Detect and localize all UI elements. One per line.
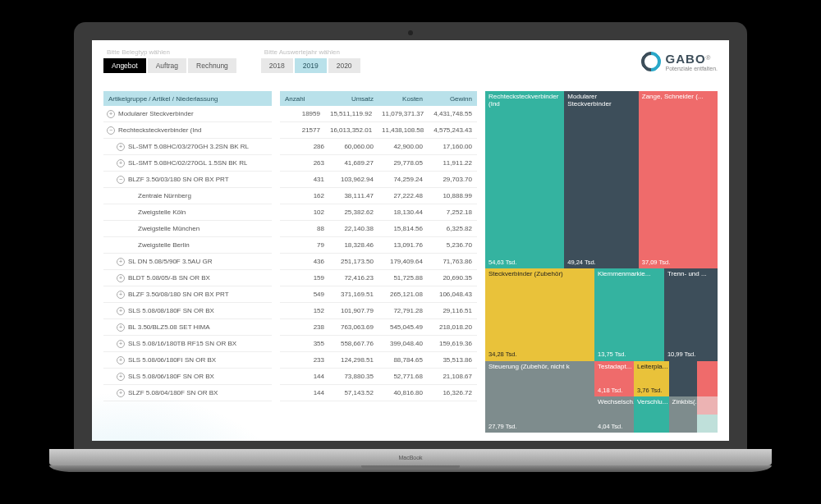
hierarchy-row[interactable]: Zweigstelle München [103, 221, 272, 237]
treemap-cell-label: Steuerung (Zubehör, nicht k [488, 364, 591, 371]
metrics-row[interactable]: 26341,689.2729,778.0511,911.22 [280, 155, 477, 172]
expand-icon[interactable]: + [117, 340, 125, 348]
hierarchy-row[interactable]: +SL-SMT 5.08HC/03/270GH 3.2SN BK RL [103, 139, 272, 155]
metrics-row[interactable]: 233124,298.5188,784.6535,513.86 [280, 352, 477, 369]
hierarchy-row[interactable]: +BLDT 5.08/05/-B SN OR BX [103, 270, 272, 286]
metrics-row[interactable]: 355558,667.76399,048.40159,619.36 [280, 336, 477, 352]
tab-belegtyp-rechnung[interactable]: Rechnung [188, 58, 236, 73]
tabs-jahr: 201820192020 [261, 58, 360, 73]
metrics-row[interactable]: 28660,060.0042,900.0017,160.00 [280, 139, 477, 155]
metrics-row[interactable]: 16238,111.4727,222.4810,888.99 [280, 188, 477, 204]
expand-icon[interactable]: + [117, 307, 125, 315]
expand-icon[interactable]: + [107, 110, 115, 118]
tab-belegtyp-angebot[interactable]: Angebot [103, 58, 146, 73]
treemap-cell[interactable]: Zinkbis(... [669, 396, 697, 433]
treemap-cell-value: 49,24 Tsd. [567, 259, 595, 266]
treemap-cell[interactable]: Wechselsch...4,04 Tsd. [594, 396, 634, 433]
metrics-rows: 1895915,511,119.9211,079,371.374,431,748… [280, 106, 477, 433]
treemap-cell[interactable]: Klemmenmarkie...13,75 Tsd. [594, 268, 664, 360]
tab-jahr-2020[interactable]: 2020 [328, 58, 360, 73]
hierarchy-row[interactable]: +SL DN 5.08/5/90F 3.5AU GR [103, 254, 272, 270]
tab-jahr-2019[interactable]: 2019 [295, 58, 327, 73]
hierarchy-row[interactable]: +BLZF 3.50/08/180 SN OR BX PRT [103, 286, 272, 303]
hierarchy-row[interactable]: +SLS 5.08/06/180FI SN OR BX [103, 352, 272, 369]
hierarchy-row[interactable]: +Modularer Steckverbinder [103, 106, 272, 122]
metrics-row[interactable]: 14457,143.5240,816.8016,326.72 [280, 385, 477, 401]
collapse-icon[interactable]: − [117, 176, 125, 184]
metrics-cell: 52,771.68 [378, 373, 428, 380]
hierarchy-row[interactable]: Zweigstelle Köln [103, 204, 272, 221]
metrics-row[interactable]: 2157716,013,352.0111,438,108.584,575,243… [280, 122, 477, 139]
expand-icon[interactable]: + [117, 356, 125, 364]
metrics-cell: 29,703.70 [428, 176, 477, 183]
expand-icon[interactable]: + [117, 258, 125, 266]
collapse-icon[interactable]: − [107, 126, 115, 135]
metrics-cell: 74,259.24 [378, 176, 428, 183]
hierarchy-row[interactable]: Zentrale Nürnberg [103, 188, 272, 204]
metrics-cell: 11,438,108.58 [377, 126, 429, 134]
tab-belegtyp-auftrag[interactable]: Auftrag [148, 58, 186, 73]
treemap-cell[interactable] [669, 361, 697, 397]
metrics-row[interactable]: 431103,962.9474,259.2429,703.70 [280, 172, 477, 188]
treemap-chart[interactable]: Rechtecksteckverbinder (Ind54,63 Tsd.Mod… [485, 91, 718, 433]
metrics-cell: 431 [280, 176, 329, 183]
metrics-cell: 42,900.00 [378, 143, 428, 150]
treemap-cell[interactable] [697, 396, 718, 415]
screen: Bitte Belegtyp wählen AngebotAuftragRech… [92, 40, 729, 441]
hierarchy-row[interactable]: −Rechtecksteckverbinder (Ind [103, 122, 272, 139]
expand-icon[interactable]: + [117, 274, 125, 282]
hierarchy-row[interactable]: +SLZF 5.08/04/180F SN OR BX [103, 385, 272, 401]
metrics-row[interactable]: 152101,907.7972,791.2829,116.51 [280, 303, 477, 319]
treemap-cell[interactable]: Steuerung (Zubehör, nicht k27,79 Tsd. [485, 361, 594, 433]
expand-icon[interactable]: + [117, 159, 125, 167]
treemap-cell[interactable]: Verschlu... [634, 396, 668, 433]
metrics-row[interactable]: 14473,880.3552,771.6821,108.67 [280, 369, 477, 385]
metrics-row[interactable]: 10225,382.6218,130.447,252.18 [280, 204, 477, 221]
hierarchy-row[interactable]: −BLZF 3.50/03/180 SN OR BX PRT [103, 172, 272, 188]
expand-icon[interactable]: + [117, 373, 125, 381]
metrics-cell: 60,060.00 [329, 143, 378, 150]
hierarchy-row[interactable]: +SLS 5.08/16/180TB RF15 SN OR BX [103, 336, 272, 352]
metrics-row[interactable]: 238763,063.69545,045.49218,018.20 [280, 319, 477, 336]
hierarchy-row[interactable]: +SL-SMT 5.08HC/02/270GL 1.5SN BK RL [103, 155, 272, 172]
expand-icon[interactable]: + [117, 291, 125, 299]
treemap-cell-label: Verschlu... [637, 399, 665, 406]
tab-jahr-2018[interactable]: 2018 [261, 58, 293, 73]
treemap-cell-label: Zinkbis(... [672, 399, 694, 406]
metrics-cell: 18959 [280, 110, 325, 117]
metrics-col-header[interactable]: Umsatz [329, 95, 378, 103]
metrics-row[interactable]: 436251,173.50179,409.6471,763.86 [280, 254, 477, 270]
metrics-row[interactable]: 8822,140.3815,814.566,325.82 [280, 221, 477, 237]
expand-icon[interactable]: + [117, 143, 125, 151]
metrics-col-header[interactable]: Kosten [378, 95, 428, 103]
expand-icon[interactable]: + [117, 389, 125, 397]
treemap-cell[interactable]: Modularer Steckverbinder49,24 Tsd. [564, 91, 639, 268]
hierarchy-row[interactable]: +BL 3.50/BLZ5.08 SET HIMA [103, 319, 272, 336]
treemap-cell[interactable]: Trenn- und ...10,99 Tsd. [664, 268, 718, 360]
expand-icon[interactable]: + [117, 323, 125, 332]
treemap-cell[interactable]: Rechtecksteckverbinder (Ind54,63 Tsd. [485, 91, 564, 268]
hierarchy-row[interactable]: Zweigstelle Berlin [103, 237, 272, 254]
treemap-cell[interactable]: Zange, Schneider (...37,09 Tsd. [639, 91, 718, 268]
treemap-cell[interactable]: Steckverbinder (Zubehör)34,28 Tsd. [485, 268, 594, 360]
metrics-row[interactable]: 15972,416.2351,725.8820,690.35 [280, 270, 477, 286]
hierarchy-row-label: SL-SMT 5.08HC/02/270GL 1.5SN BK RL [128, 159, 247, 167]
treemap-cell[interactable]: Leiterpla...3,76 Tsd. [634, 361, 668, 397]
metrics-row[interactable]: 549371,169.51265,121.08106,048.43 [280, 286, 477, 303]
metrics-col-header[interactable]: Anzahl [280, 95, 329, 103]
hierarchy-row[interactable]: +SLS 5.08/08/180F SN OR BX [103, 303, 272, 319]
metrics-cell: 263 [280, 159, 329, 167]
hierarchy-row-label: Rechtecksteckverbinder (Ind [118, 126, 201, 134]
metrics-cell: 88,784.65 [378, 356, 428, 364]
metrics-row[interactable]: 1895915,511,119.9211,079,371.374,431,748… [280, 106, 477, 122]
treemap-cell[interactable] [697, 415, 718, 433]
treemap-cell[interactable]: Testadapt...4,18 Tsd. [594, 361, 634, 397]
hierarchy-row-label: SLZF 5.08/04/180F SN OR BX [128, 389, 218, 396]
metrics-cell: 79 [280, 241, 329, 249]
metrics-row[interactable]: 7918,328.4613,091.765,236.70 [280, 237, 477, 254]
camera-dot [408, 30, 413, 35]
hierarchy-row-label: SLS 5.08/06/180FI SN OR BX [128, 356, 216, 364]
metrics-col-header[interactable]: Gewinn [428, 95, 477, 103]
hierarchy-row[interactable]: +SLS 5.08/06/180F SN OR BX [103, 369, 272, 385]
treemap-cell[interactable] [697, 361, 718, 397]
